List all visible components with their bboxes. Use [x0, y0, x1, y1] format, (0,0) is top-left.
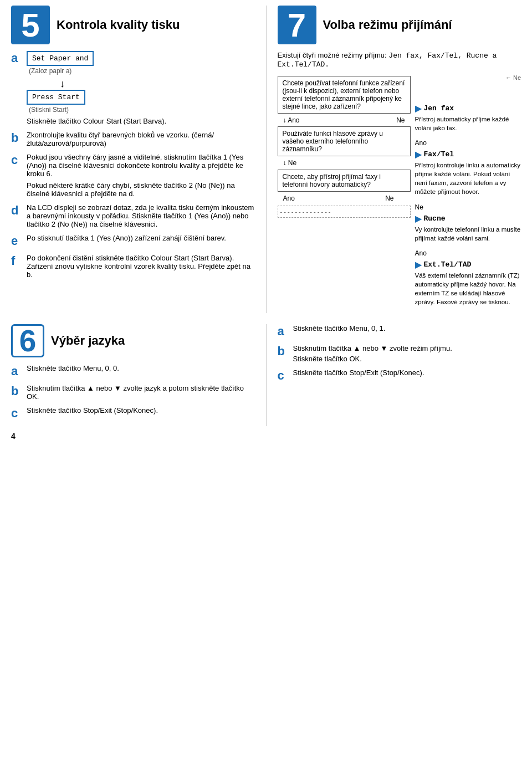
step7b-label: b [278, 344, 289, 359]
step5a-label: a [11, 51, 22, 65]
step5e-content: Po stisknutí tlačítka 1 (Yes (Ano)) zaří… [27, 234, 255, 242]
step7a-content: Stiskněte tlačítko Menu, 0, 1. [293, 324, 521, 332]
flow-ne2-row: ↓ Ne [278, 158, 411, 168]
top-row: 5 Kontrola kvality tisku a Set Paper and… [11, 6, 521, 313]
flow-ne1-note: ← Ne [415, 74, 521, 81]
section5-number: 5 [11, 6, 50, 44]
step6c-label: c [11, 406, 22, 421]
section6: 6 Výběr jazyka a Stiskněte tlačítko Menu… [11, 324, 267, 426]
step5a-content: Set Paper and (Zaloz papir a) ↓ Press St… [27, 51, 255, 125]
screen-sub-1: (Zaloz papir a) [29, 67, 255, 75]
step6a: a Stiskněte tlačítko Menu, 0, 0. [11, 364, 255, 378]
section7-intro: Existují čtyři možné režimy příjmu: Jen … [278, 51, 521, 69]
step5f: f Po dokončení čistění stiskněte tlačítk… [11, 254, 255, 279]
result-exttel-desc: Váš externí telefonní záznamník (TZ) aut… [415, 271, 521, 306]
result-jenfax-desc: Přístroj automaticky příjme každé voláni… [415, 115, 521, 132]
step5a: a Set Paper and (Zaloz papir a) ↓ Press … [11, 51, 255, 125]
step7b: b Stisknutím tlačítka ▲ nebo ▼ zvolte re… [278, 344, 521, 363]
step5f-text: Po dokončení čistění stiskněte tlačítko … [27, 254, 255, 279]
result-rucne: ▶ Rucne Vy kontrolujte telefonní linku a… [415, 213, 521, 243]
step5c-text2: Pokud některé krátké čáry chybí, stiskně… [27, 181, 255, 198]
flow-ne-mid: Ne [415, 203, 521, 211]
step7a: a Stiskněte tlačítko Menu, 0, 1. [278, 324, 521, 339]
step7b-content: Stisknutím tlačítka ▲ nebo ▼ zvolte reži… [293, 344, 521, 363]
flow-ano-mid: Ano [415, 139, 521, 147]
section7-steps: a Stiskněte tlačítko Menu, 0, 1. b Stisk… [267, 324, 521, 426]
step5e-label: e [11, 234, 22, 248]
flow-ane1: ↓ Ano Ne [278, 115, 411, 125]
step5d-text: Na LCD displeji se zobrazí dotaz, zda je… [27, 203, 255, 228]
bottom-row: 6 Výběr jazyka a Stiskněte tlačítko Menu… [11, 324, 521, 426]
step6b-label: b [11, 384, 22, 398]
step5d-label: d [11, 203, 22, 218]
section7-intro-text: Existují čtyři možné režimy příjmu: [278, 51, 387, 59]
section6-number: 6 [11, 324, 44, 357]
step5d-content: Na LCD displeji se zobrazí dotaz, zda je… [27, 203, 255, 228]
flow-box-1: Chcete používat telefonní funkce zařízen… [278, 76, 411, 114]
arrow-exttel: ▶ [415, 259, 422, 270]
result-jenfax-header: ▶ Jen fax [415, 103, 521, 114]
result-rucne-desc: Vy kontrolujte telefonní linku a musíte … [415, 225, 521, 243]
result-exttel: ▶ Ext.Tel/TAD Váš externí telefonní zázn… [415, 259, 521, 306]
section7-number: 7 [278, 6, 316, 44]
flowchart-left: Chcete používat telefonní funkce zařízen… [278, 74, 411, 313]
step7a-label: a [278, 324, 289, 339]
step7c-label: c [278, 368, 289, 383]
step5f-content: Po dokončení čistění stiskněte tlačítko … [27, 254, 255, 279]
step5e-text: Po stisknutí tlačítka 1 (Yes (Ano)) zaří… [27, 234, 255, 242]
result-faxtel-header: ▶ Fax/Tel [415, 149, 521, 160]
step5d: d Na LCD displeji se zobrazí dotaz, zda … [11, 203, 255, 228]
step6b-text: Stisknutím tlačítka ▲ nebo ▼ zvolte jazy… [27, 384, 255, 401]
step5a-text: Stiskněte tlačítko Colour Start (Start B… [27, 117, 255, 125]
step6c-text: Stiskněte tlačítko Stop/Exit (Stop/Konec… [27, 406, 255, 414]
step6b: b Stisknutím tlačítka ▲ nebo ▼ zvolte ja… [11, 384, 255, 401]
result-rucne-title: Rucne [424, 214, 446, 223]
page: 5 Kontrola kvality tisku a Set Paper and… [0, 0, 532, 452]
arrow-rucne: ▶ [415, 213, 422, 224]
step6a-content: Stiskněte tlačítko Menu, 0, 0. [27, 364, 255, 372]
flow-box-2: Používáte funkci hlasové zprávy u vašeho… [278, 126, 411, 156]
step6a-text: Stiskněte tlačítko Menu, 0, 0. [27, 364, 255, 372]
arrow-jenfax: ▶ [415, 103, 422, 114]
result-jenfax-title: Jen fax [424, 104, 454, 112]
step5c-label: c [11, 153, 22, 167]
step7a-text: Stiskněte tlačítko Menu, 0, 1. [293, 324, 521, 332]
arrow-1: ↓ [60, 78, 255, 90]
step5b-content: Zkontrolujte kvalitu čtyř barevných blok… [27, 131, 255, 147]
arrow-faxtel: ▶ [415, 149, 422, 160]
step6c: c Stiskněte tlačítko Stop/Exit (Stop/Kon… [11, 406, 255, 421]
flowchart-right: ← Ne ▶ Jen fax Přístroj automaticky příj… [415, 74, 521, 313]
flow-ano3-row: Ano Ne [278, 193, 411, 203]
flow-ano-bottom: Ano [415, 249, 521, 257]
screen-sub-2: (Stiskni Start) [29, 106, 255, 114]
step7b-text2: Stiskněte tlačítko OK. [293, 355, 521, 363]
section6-title: Výběr jazyka [51, 334, 125, 348]
step5c: c Pokud jsou všechny čáry jasné a vidite… [11, 153, 255, 198]
flow-dashed-area: - - - - - - - - - - - - - - [278, 206, 411, 218]
section5: 5 Kontrola kvality tisku a Set Paper and… [11, 6, 267, 313]
flow-ne2: Ne [288, 159, 296, 167]
flow-ne1: Ne [396, 116, 405, 124]
section7-header: 7 Volba režimu přijímání [278, 6, 521, 44]
step5c-text1: Pokud jsou všechny čáry jasné a viditeln… [27, 153, 255, 178]
section7: 7 Volba režimu přijímání Existují čtyři … [267, 6, 521, 313]
screen-box-1: Set Paper and [27, 51, 94, 66]
section5-title: Kontrola kvality tisku [57, 18, 180, 32]
step5b-label: b [11, 131, 22, 145]
section6-header: 6 Výběr jazyka [11, 324, 255, 357]
result-exttel-title: Ext.Tel/TAD [424, 260, 472, 269]
step7b-text1: Stisknutím tlačítka ▲ nebo ▼ zvolte reži… [293, 344, 521, 352]
step5e: e Po stisknutí tlačítka 1 (Yes (Ano)) za… [11, 234, 255, 248]
result-jenfax: ▶ Jen fax Přístroj automaticky příjme ka… [415, 103, 521, 132]
result-faxtel: ▶ Fax/Tel Přístroj kontroluje linku a au… [415, 149, 521, 196]
result-faxtel-title: Fax/Tel [424, 150, 454, 158]
flow-box-3: Chcete, aby přístroj přijímal faxy i tel… [278, 170, 411, 192]
flow-dashed-text: - - - - - - - - - - - - - - [280, 208, 408, 215]
step6a-label: a [11, 364, 22, 378]
step5c-content: Pokud jsou všechny čáry jasné a viditeln… [27, 153, 255, 198]
step7c-text: Stiskněte tlačítko Stop/Exit (Stop/Konec… [293, 368, 521, 377]
flow-ano3-label: Ano [283, 194, 295, 202]
flow-ano1: ↓ Ano [283, 116, 300, 124]
screen-box-2: Press Start [27, 90, 85, 105]
step6c-content: Stiskněte tlačítko Stop/Exit (Stop/Konec… [27, 406, 255, 414]
